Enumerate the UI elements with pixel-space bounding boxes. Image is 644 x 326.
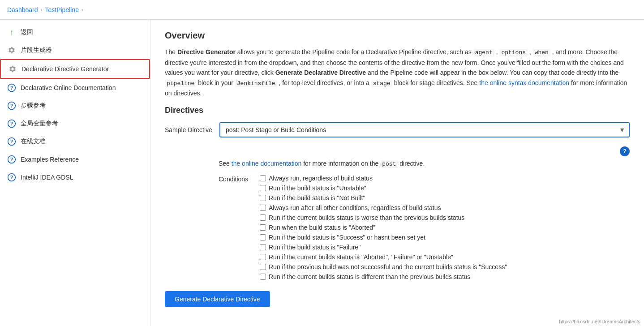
condition-label-0: Always run, regardless of build status <box>269 175 373 182</box>
condition-label-3: Always run after all other conditions, r… <box>269 204 441 211</box>
question-icon-6: ? <box>7 173 16 182</box>
online-syntax-link[interactable]: the online syntax documentation <box>479 79 569 86</box>
sidebar: ↑ 返回 片段生成器 Declarative Directive Generat… <box>0 20 150 326</box>
directives-title: Directives <box>165 106 630 115</box>
overview-code-jenkinsfile: Jenkinsfile <box>235 80 277 87</box>
overview-code-agent: agent <box>473 49 494 56</box>
sidebar-item-declarative-gen[interactable]: Declarative Directive Generator <box>0 59 150 79</box>
sidebar-back-label: 返回 <box>21 28 33 36</box>
condition-label-1: Run if the build status is "Unstable" <box>269 184 366 192</box>
condition-item: Run when the build status is "Aborted" <box>260 224 507 231</box>
condition-checkbox-9[interactable] <box>260 264 266 270</box>
condition-item: Run if the current builds status is wors… <box>260 214 507 221</box>
pipeline-link[interactable]: TestPipeline <box>45 6 79 13</box>
svg-text:?: ? <box>10 175 13 180</box>
sidebar-item-declarative-docs[interactable]: ? Declarative Online Documentation <box>0 79 150 97</box>
help-icon[interactable]: ? <box>620 146 630 156</box>
dashboard-link[interactable]: Dashboard <box>7 6 38 13</box>
conditions-list: Always run, regardless of build statusRu… <box>260 175 507 280</box>
question-icon-3: ? <box>7 119 16 128</box>
sidebar-item-examples-ref-label: Examples Reference <box>21 156 79 163</box>
overview-code-pipeline: pipeline <box>165 80 196 87</box>
question-icon-1: ? <box>7 83 16 92</box>
svg-text:?: ? <box>10 139 13 144</box>
back-icon: ↑ <box>7 28 16 37</box>
condition-checkbox-10[interactable] <box>260 274 266 280</box>
condition-checkbox-5[interactable] <box>260 224 266 231</box>
condition-item: Run if the current builds status is diff… <box>260 273 507 280</box>
breadcrumb-sep2: › <box>82 7 83 13</box>
svg-text:?: ? <box>10 157 13 162</box>
overview-code-options: options <box>499 49 528 56</box>
svg-text:?: ? <box>10 85 13 90</box>
svg-text:?: ? <box>10 121 13 126</box>
condition-label-4: Run if the current builds status is wors… <box>269 214 464 221</box>
sidebar-item-label: 片段生成器 <box>21 46 52 54</box>
overview-text-7: block for stage directives. See <box>394 79 480 86</box>
generate-declarative-directive-button[interactable]: Generate Declarative Directive <box>165 291 270 307</box>
condition-label-6: Run if the build status is "Success" or … <box>269 234 425 241</box>
sidebar-item-snippet-gen[interactable]: 片段生成器 <box>0 41 150 59</box>
condition-label-2: Run if the build status is "Not Built" <box>269 194 365 202</box>
overview-code-stage: stage <box>371 80 392 87</box>
question-icon-2: ? <box>7 101 16 110</box>
condition-checkbox-8[interactable] <box>260 254 266 260</box>
condition-checkbox-3[interactable] <box>260 205 266 211</box>
condition-label-7: Run if the build status is "Failure" <box>269 244 361 251</box>
post-info-text3: directive. <box>399 160 425 167</box>
sidebar-item-declarative-gen-label: Declarative Directive Generator <box>21 65 109 73</box>
conditions-section: Conditions Always run, regardless of bui… <box>219 175 630 280</box>
directive-select[interactable]: post: Post Stage or Build Conditions age… <box>220 123 629 137</box>
svg-text:?: ? <box>10 103 13 108</box>
condition-checkbox-2[interactable] <box>260 195 266 201</box>
url-hint: https://bli.csdn.net/IDreamsArchitects <box>559 319 640 324</box>
condition-checkbox-6[interactable] <box>260 234 266 240</box>
condition-label-8: Run if the current builds status is "Abo… <box>269 253 453 261</box>
main-layout: ↑ 返回 片段生成器 Declarative Directive Generat… <box>0 20 644 326</box>
overview-text-4: and the Pipeline code will appear in the… <box>368 69 618 76</box>
sidebar-item-back[interactable]: ↑ 返回 <box>0 23 150 41</box>
sidebar-item-global-var[interactable]: ? 全局变量参考 <box>0 115 150 133</box>
condition-checkbox-0[interactable] <box>260 175 266 181</box>
post-code: post <box>380 160 398 168</box>
sidebar-item-step-ref[interactable]: ? 步骤参考 <box>0 97 150 115</box>
sidebar-item-intellij-gdsl-label: IntelliJ IDEA GDSL <box>21 174 73 181</box>
sidebar-item-examples-ref[interactable]: ? Examples Reference <box>0 150 150 168</box>
condition-checkbox-1[interactable] <box>260 185 266 191</box>
question-icon-5: ? <box>7 155 16 164</box>
condition-item: Run if the previous build was not succes… <box>260 263 507 270</box>
post-info: See the online documentation for more in… <box>219 160 630 167</box>
condition-item: Run if the build status is "Failure" <box>260 244 507 251</box>
post-info-text2: for more information on the <box>303 160 380 167</box>
conditions-label: Conditions <box>219 175 254 280</box>
condition-item: Run if the build status is "Unstable" <box>260 184 507 192</box>
topbar: Dashboard › TestPipeline › <box>0 0 644 20</box>
condition-item: Run if the current builds status is "Abo… <box>260 253 507 261</box>
condition-label-9: Run if the previous build was not succes… <box>269 263 507 270</box>
sidebar-item-intellij-gdsl[interactable]: ? IntelliJ IDEA GDSL <box>0 168 150 186</box>
condition-checkbox-7[interactable] <box>260 244 266 250</box>
online-documentation-link[interactable]: the online documentation <box>232 160 301 167</box>
main-content: Overview The Directive Generator allows … <box>150 20 644 326</box>
breadcrumb-sep1: › <box>41 7 43 13</box>
overview-text-1: The <box>165 48 177 56</box>
sidebar-item-step-ref-label: 步骤参考 <box>21 102 46 110</box>
condition-label-10: Run if the current builds status is diff… <box>269 273 470 280</box>
overview-text-2: allows you to generate the Pipeline code… <box>237 48 473 56</box>
overview-paragraph: The Directive Generator allows you to ge… <box>165 47 630 99</box>
overview-text-5: block in your <box>198 79 235 86</box>
overview-bold-1: Directive Generator <box>177 48 236 56</box>
condition-item: Always run, regardless of build status <box>260 175 507 182</box>
condition-item: Run if the build status is "Not Built" <box>260 194 507 202</box>
sidebar-item-online-docs[interactable]: ? 在线文档 <box>0 133 150 150</box>
gear-icon-snippet <box>7 46 16 55</box>
overview-text-6: , for top-level directives, or into a <box>279 79 371 86</box>
directive-row: Sample Directive post: Post Stage or Bui… <box>165 122 630 137</box>
condition-label-5: Run when the build status is "Aborted" <box>269 224 375 231</box>
question-icon-4: ? <box>7 137 16 146</box>
overview-title: Overview <box>165 30 630 41</box>
sidebar-item-declarative-docs-label: Declarative Online Documentation <box>21 84 116 91</box>
condition-checkbox-4[interactable] <box>260 214 266 221</box>
post-info-text1: See <box>219 160 232 167</box>
condition-item: Always run after all other conditions, r… <box>260 204 507 211</box>
